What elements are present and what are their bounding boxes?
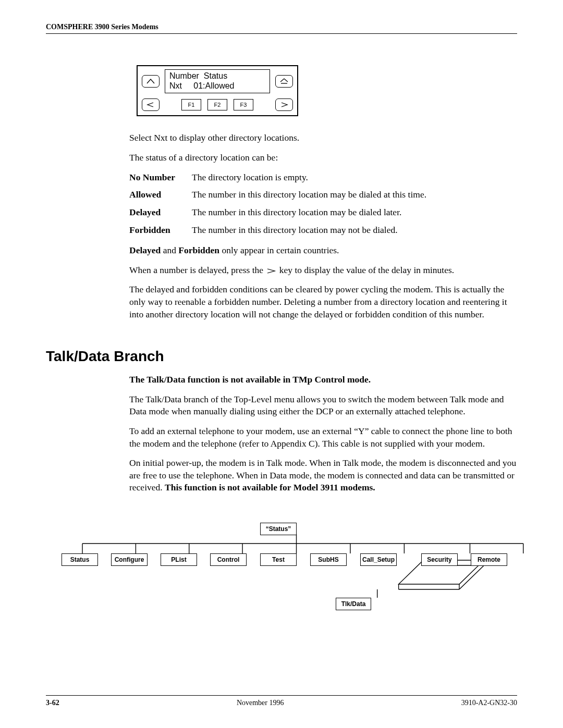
def-desc: The directory location is empty. (192, 171, 517, 184)
para-initial: On initial power-up, the modem is in Tal… (129, 457, 517, 494)
left-arrow-button[interactable] (142, 98, 160, 111)
f3-key[interactable]: F3 (234, 99, 253, 110)
para-ycable: To add an external telephone to your mod… (129, 425, 517, 450)
footer-page: 3-62 (46, 699, 59, 707)
tree-node-subhs: SubHS (310, 553, 347, 566)
tree-node-tlkdata: Tlk/Data (336, 598, 371, 610)
svg-line-16 (459, 565, 484, 589)
def-term: Delayed (129, 206, 192, 219)
para-clear: The delayed and forbidden conditions can… (129, 283, 517, 320)
triangle-right-icon (279, 102, 289, 108)
f2-key[interactable]: F2 (207, 99, 227, 110)
tree-node-test: Test (260, 553, 297, 566)
para-branch: The Talk/Data branch of the Top-Level me… (129, 393, 517, 418)
tree-node-remote: Remote (471, 553, 507, 566)
lcd-panel: Number Status Nxt 01:Allowed F1 F2 F3 (137, 65, 298, 116)
tree-node-control: Control (210, 553, 247, 566)
tree-node-status: Status (62, 553, 98, 566)
delay-a: When a number is delayed, press the (129, 265, 265, 275)
right-arrow-button[interactable] (275, 98, 293, 111)
def-desc: The number in this directory location ma… (192, 206, 517, 219)
footer-doc: 3910-A2-GN32-30 (461, 699, 517, 707)
page-footer: 3-62 November 1996 3910-A2-GN32-30 (46, 695, 517, 707)
f1-key[interactable]: F1 (181, 99, 201, 110)
def-row: Delayed The number in this directory loc… (129, 206, 517, 219)
def-term: Forbidden (129, 224, 192, 237)
para-status-intro: The status of a directory location can b… (129, 152, 517, 164)
def-term: No Number (129, 171, 192, 184)
triangle-up-icon (146, 78, 155, 84)
tree-node-security: Security (421, 553, 458, 566)
home-icon (279, 78, 289, 85)
delay-b: key to display the value of the delay in… (279, 265, 454, 275)
lcd-screen: Number Status Nxt 01:Allowed (165, 69, 270, 93)
lcd-line1: Number Status (169, 71, 227, 80)
def-desc: The number in this directory location ma… (192, 189, 517, 201)
def-row: No Number The directory location is empt… (129, 171, 517, 184)
running-head: COMSPHERE 3900 Series Modems (46, 23, 517, 34)
def-desc: The number in this directory location ma… (192, 224, 517, 237)
section-talk-data: Talk/Data Branch (46, 347, 517, 366)
def-row: Allowed The number in this directory loc… (129, 189, 517, 201)
text-b2: Forbidden (178, 245, 219, 255)
para-countries: Delayed and Forbidden only appear in cer… (129, 244, 517, 257)
lcd-line2: Nxt 01:Allowed (169, 81, 235, 90)
footer-date: November 1996 (237, 699, 284, 707)
para-tmp-note: The Talk/Data function is not available … (129, 374, 517, 386)
status-definitions: No Number The directory location is empt… (129, 171, 517, 237)
tree-root: “Status” (260, 523, 297, 535)
tree-node-plist: PList (161, 553, 197, 566)
up-arrow-button[interactable] (142, 75, 160, 88)
def-term: Allowed (129, 189, 192, 201)
text-mid: and (161, 245, 178, 255)
triangle-left-icon (146, 102, 155, 108)
tree-node-configure: Configure (111, 553, 148, 566)
def-row: Forbidden The number in this directory l… (129, 224, 517, 237)
para-select-nxt: Select Nxt to display other directory lo… (129, 132, 517, 144)
initial-b: This function is not available for Model… (165, 482, 375, 492)
tree-node-callsetup: Call_Setup (360, 553, 397, 566)
triangle-right-icon (265, 268, 277, 274)
menu-tree: “Status” Status Configure PList Control … (46, 523, 554, 627)
text-tail: only appear in certain countries. (219, 245, 339, 255)
text-b1: Delayed (129, 245, 161, 255)
home-button[interactable] (275, 75, 293, 88)
para-delay: When a number is delayed, press the key … (129, 264, 517, 277)
